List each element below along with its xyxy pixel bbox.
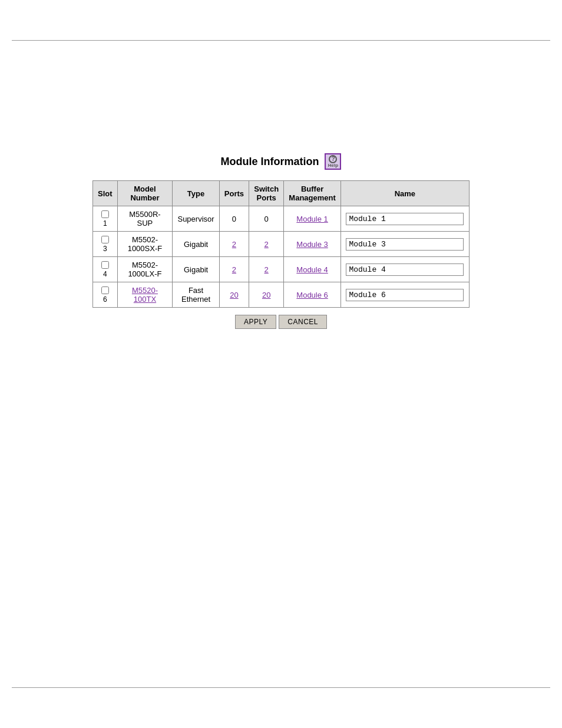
switch-ports-cell[interactable]: 20 — [249, 282, 284, 308]
slot-number: 4 — [103, 270, 107, 278]
model-cell[interactable]: M5520-100TX — [117, 282, 173, 308]
bottom-border — [12, 687, 550, 688]
buffer-mgmt-link[interactable]: Module 3 — [296, 240, 328, 249]
buffer-mgmt-cell[interactable]: Module 3 — [284, 232, 340, 257]
name-input[interactable] — [346, 238, 464, 251]
model-link[interactable]: M5520-100TX — [132, 286, 158, 304]
model-cell: M5502-1000SX-F — [117, 232, 173, 257]
slot-cell: 1 — [93, 206, 118, 232]
slot-number: 1 — [103, 219, 107, 228]
cancel-button[interactable]: CANCEL — [279, 315, 327, 329]
help-icon: ? — [329, 155, 337, 163]
name-cell — [340, 232, 469, 257]
table-row: 4M5502-1000LX-FGigabit22Module 4 — [93, 257, 470, 282]
col-header-switch-ports: Switch Ports — [249, 181, 284, 206]
model-cell: M5500R-SUP — [117, 206, 173, 232]
slot-cell: 6 — [93, 282, 118, 308]
name-cell — [340, 282, 469, 308]
button-row: APPLY CANCEL — [235, 315, 327, 329]
slot-checkbox[interactable] — [101, 261, 109, 269]
name-input[interactable] — [346, 213, 464, 225]
ports-cell[interactable]: 20 — [219, 282, 249, 308]
title-row: Module Information ? Help — [221, 153, 342, 170]
switch-ports-cell[interactable]: 2 — [249, 232, 284, 257]
type-cell: Gigabit — [173, 232, 219, 257]
slot-checkbox[interactable] — [101, 210, 109, 218]
apply-button[interactable]: APPLY — [235, 315, 276, 329]
buffer-mgmt-link[interactable]: Module 4 — [296, 265, 328, 274]
type-cell: Gigabit — [173, 257, 219, 282]
col-header-type: Type — [173, 181, 219, 206]
top-border — [12, 40, 550, 41]
slot-checkbox[interactable] — [101, 286, 109, 294]
table-row: 1M5500R-SUPSupervisor00Module 1 — [93, 206, 470, 232]
switch-ports-link[interactable]: 20 — [262, 291, 270, 299]
page-title: Module Information — [221, 156, 319, 168]
slot-number: 3 — [103, 245, 107, 253]
buffer-mgmt-link[interactable]: Module 6 — [296, 291, 328, 299]
table-row: 3M5502-1000SX-FGigabit22Module 3 — [93, 232, 470, 257]
name-cell — [340, 206, 469, 232]
slot-cell: 4 — [93, 257, 118, 282]
switch-ports-cell: 0 — [249, 206, 284, 232]
ports-cell[interactable]: 2 — [219, 257, 249, 282]
buffer-mgmt-link[interactable]: Module 1 — [296, 215, 328, 223]
help-button[interactable]: ? Help — [325, 153, 341, 170]
slot-cell: 3 — [93, 232, 118, 257]
type-cell: Fast Ethernet — [173, 282, 219, 308]
name-input[interactable] — [346, 263, 464, 276]
module-table: Slot Model Number Type Ports Switch Port… — [92, 180, 470, 308]
slot-number: 6 — [103, 295, 107, 304]
col-header-model: Model Number — [117, 181, 173, 206]
type-cell: Supervisor — [173, 206, 219, 232]
switch-ports-cell[interactable]: 2 — [249, 257, 284, 282]
ports-link[interactable]: 20 — [230, 291, 238, 299]
ports-cell[interactable]: 2 — [219, 232, 249, 257]
table-header-row: Slot Model Number Type Ports Switch Port… — [93, 181, 470, 206]
buffer-mgmt-cell[interactable]: Module 1 — [284, 206, 340, 232]
col-header-name: Name — [340, 181, 469, 206]
name-cell — [340, 257, 469, 282]
col-header-slot: Slot — [93, 181, 118, 206]
switch-ports-link[interactable]: 2 — [265, 240, 269, 249]
help-label: Help — [328, 163, 338, 168]
ports-link[interactable]: 2 — [232, 265, 236, 274]
switch-ports-link[interactable]: 2 — [265, 265, 269, 274]
buffer-mgmt-cell[interactable]: Module 6 — [284, 282, 340, 308]
slot-checkbox[interactable] — [101, 236, 109, 243]
table-row: 6M5520-100TXFast Ethernet2020Module 6 — [93, 282, 470, 308]
model-cell: M5502-1000LX-F — [117, 257, 173, 282]
buffer-mgmt-cell[interactable]: Module 4 — [284, 257, 340, 282]
col-header-ports: Ports — [219, 181, 249, 206]
ports-link[interactable]: 2 — [232, 240, 236, 249]
ports-cell: 0 — [219, 206, 249, 232]
col-header-buffer-mgmt: Buffer Management — [284, 181, 340, 206]
name-input[interactable] — [346, 289, 464, 301]
